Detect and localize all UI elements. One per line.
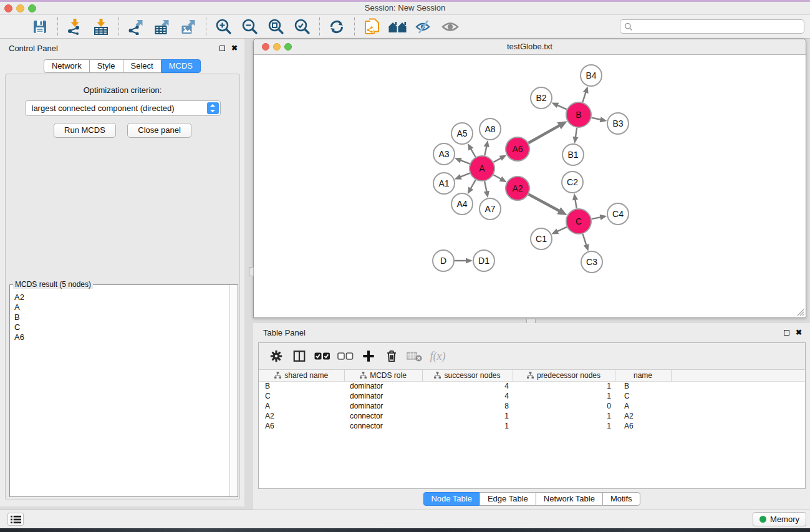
- column-header-predecessor-nodes[interactable]: predecessor nodes: [513, 370, 615, 381]
- table-row[interactable]: A2connector11A2: [259, 411, 805, 421]
- apply-preferred-layout-button[interactable]: [326, 17, 347, 37]
- graph-edge[interactable]: [582, 92, 586, 102]
- table-cell[interactable]: 8: [422, 401, 513, 411]
- graph-edge[interactable]: [591, 118, 601, 120]
- table-cell[interactable]: B: [259, 381, 344, 391]
- graph-edge[interactable]: [592, 217, 601, 219]
- tab-style[interactable]: Style: [89, 59, 123, 73]
- column-header-successor-nodes[interactable]: successor nodes: [422, 370, 513, 381]
- select-all-button[interactable]: [313, 347, 332, 365]
- graph-edge[interactable]: [485, 146, 486, 156]
- resize-grip-icon[interactable]: [796, 308, 804, 316]
- network-canvas[interactable]: AA1A2A3A4A5A6A7A8BB1B2B3B4CC1C2C3C4DD1: [254, 55, 806, 317]
- tab-motifs[interactable]: Motifs: [602, 492, 640, 506]
- delete-columns-button[interactable]: [382, 347, 401, 365]
- mcds-result-item[interactable]: B: [14, 312, 238, 322]
- tab-mcds[interactable]: MCDS: [161, 59, 201, 73]
- table-cell[interactable]: 0: [513, 401, 615, 411]
- export-table-button[interactable]: [152, 17, 173, 37]
- table-row[interactable]: Bdominator41B: [259, 381, 805, 391]
- table-cell[interactable]: 1: [513, 391, 615, 401]
- minimize-network-window-button[interactable]: [273, 43, 281, 51]
- show-columns-button[interactable]: [290, 347, 309, 365]
- table-cell[interactable]: A6: [259, 421, 344, 431]
- panel-divider-handle[interactable]: [249, 267, 254, 276]
- table-cell[interactable]: dominator: [344, 401, 422, 411]
- graph-edge[interactable]: [557, 105, 567, 109]
- table-cell[interactable]: connector: [344, 411, 422, 421]
- graph-edge[interactable]: [557, 227, 567, 231]
- zoom-in-button[interactable]: [213, 17, 234, 37]
- graph-edge[interactable]: [493, 158, 501, 162]
- search-field[interactable]: [620, 19, 804, 34]
- show-task-history-button[interactable]: [7, 513, 24, 526]
- table-cell[interactable]: A: [259, 401, 344, 411]
- graph-edge[interactable]: [493, 175, 501, 179]
- mcds-result-item[interactable]: A6: [14, 332, 238, 342]
- graph-edge[interactable]: [460, 173, 470, 177]
- graph-edge[interactable]: [460, 160, 470, 164]
- close-window-button[interactable]: [4, 4, 12, 12]
- graph-edge[interactable]: [485, 181, 486, 192]
- table-cell[interactable]: C: [259, 391, 344, 401]
- delete-table-button[interactable]: [405, 347, 424, 365]
- table-cell[interactable]: B: [615, 381, 671, 391]
- table-options-button[interactable]: [267, 347, 286, 365]
- table-cell[interactable]: dominator: [344, 391, 422, 401]
- table-row[interactable]: Cdominator41C: [259, 391, 805, 401]
- table-cell[interactable]: A6: [615, 421, 671, 431]
- function-builder-button[interactable]: f(x): [428, 347, 447, 365]
- new-network-from-selection-button[interactable]: [361, 17, 382, 37]
- tab-network[interactable]: Network: [44, 59, 90, 73]
- open-session-button[interactable]: [3, 17, 24, 37]
- table-cell[interactable]: 1: [422, 411, 513, 421]
- table-cell[interactable]: 1: [422, 421, 513, 431]
- graph-edge[interactable]: [576, 128, 577, 138]
- close-panel-icon[interactable]: ✖: [796, 328, 802, 337]
- create-column-button[interactable]: [359, 347, 378, 365]
- memory-button[interactable]: Memory: [753, 512, 806, 526]
- zoom-window-button[interactable]: [28, 4, 36, 12]
- first-neighbors-button[interactable]: [387, 17, 408, 37]
- export-network-button[interactable]: [125, 17, 147, 37]
- table-cell[interactable]: 4: [422, 381, 513, 391]
- mcds-result-item[interactable]: A2: [14, 293, 238, 302]
- float-panel-icon[interactable]: [784, 330, 789, 336]
- import-table-file-button[interactable]: [90, 17, 112, 37]
- export-image-button[interactable]: [178, 17, 199, 37]
- column-header-mcds-role[interactable]: MCDS role: [344, 370, 422, 381]
- birds-eye-view-toggle-button[interactable]: [440, 17, 461, 37]
- minimize-window-button[interactable]: [16, 4, 24, 12]
- graph-edge[interactable]: [575, 199, 576, 208]
- column-header-shared-name[interactable]: shared name: [259, 370, 344, 381]
- tab-network-table[interactable]: Network Table: [536, 492, 603, 506]
- graph-edge[interactable]: [582, 234, 586, 246]
- table-row[interactable]: Adominator80A: [259, 401, 805, 411]
- graph-edge[interactable]: [528, 125, 559, 143]
- table-cell[interactable]: C: [615, 391, 671, 401]
- table-cell[interactable]: 1: [513, 411, 615, 421]
- criterion-dropdown[interactable]: largest connected component (directed): [25, 100, 221, 116]
- close-panel-icon[interactable]: ✖: [231, 44, 238, 52]
- mcds-result-item[interactable]: C: [14, 322, 238, 332]
- zoom-fit-button[interactable]: [265, 17, 286, 37]
- table-cell[interactable]: 1: [513, 421, 615, 431]
- network-graph[interactable]: AA1A2A3A4A5A6A7A8BB1B2B3B4CC1C2C3C4DD1: [254, 55, 806, 317]
- table-cell[interactable]: dominator: [344, 381, 422, 391]
- save-session-button[interactable]: [29, 17, 51, 37]
- tab-node-table[interactable]: Node Table: [423, 492, 480, 506]
- result-list-scrollbar[interactable]: [229, 285, 238, 496]
- table-cell[interactable]: A: [615, 401, 671, 411]
- table-cell[interactable]: A2: [615, 411, 671, 421]
- zoom-out-button[interactable]: [239, 17, 260, 37]
- graph-edge[interactable]: [471, 148, 476, 157]
- float-panel-icon[interactable]: [219, 46, 225, 51]
- network-window-titlebar[interactable]: testGlobe.txt: [254, 39, 806, 55]
- mcds-result-item[interactable]: A: [14, 302, 238, 312]
- column-header-name[interactable]: name: [615, 370, 671, 381]
- table-cell[interactable]: 4: [422, 391, 513, 401]
- search-input[interactable]: [633, 22, 800, 31]
- tab-select[interactable]: Select: [123, 59, 162, 73]
- close-network-window-button[interactable]: [262, 43, 269, 51]
- table-cell[interactable]: A2: [259, 411, 344, 421]
